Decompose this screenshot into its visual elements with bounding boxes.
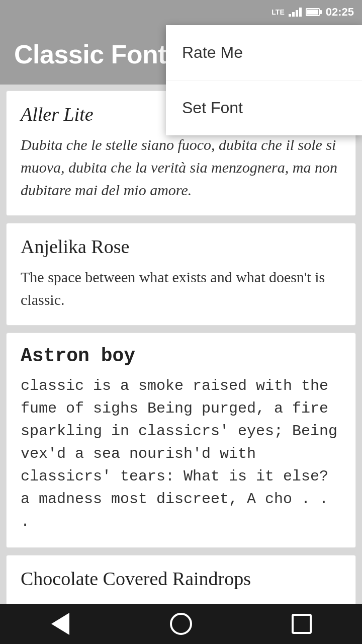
battery-tip [320,10,322,14]
font-sample-astron-boy: classic is a smoke raised with the fume … [21,375,341,533]
font-card-anjelika-rose[interactable]: Anjelika Rose The space between what exi… [6,223,356,326]
menu-item-rate-me[interactable]: Rate Me [166,25,362,80]
home-icon [170,613,192,635]
recents-button[interactable] [287,609,317,639]
font-name-anjelika-rose: Anjelika Rose [21,235,341,258]
app-title: Classic Fonts [14,39,181,69]
back-icon [51,613,69,635]
font-sample-anjelika-rose: The space between what exists and what d… [21,266,341,311]
font-card-astron-boy[interactable]: Astron boy classic is a smoke raised wit… [6,333,356,548]
dropdown-menu: Rate Me Set Font [166,25,362,135]
recents-icon [292,614,312,634]
font-sample-aller-lite: Dubita che le stelle siano fuoco, dubita… [21,133,341,201]
back-button[interactable] [45,609,75,639]
battery-icon [306,8,320,16]
menu-item-set-font[interactable]: Set Font [166,80,362,135]
font-list: Aller Lite Dubita che le stelle siano fu… [0,85,362,625]
font-name-chocolate-covered-raindrops: Chocolate Covered Raindrops [21,568,341,590]
status-bar: LTE 02:25 [0,0,362,24]
signal-icon [289,8,302,17]
network-type-label: LTE [272,8,284,16]
home-button[interactable] [166,609,196,639]
font-name-astron-boy: Astron boy [21,345,341,367]
nav-bar [0,604,362,644]
clock: 02:25 [326,6,354,19]
